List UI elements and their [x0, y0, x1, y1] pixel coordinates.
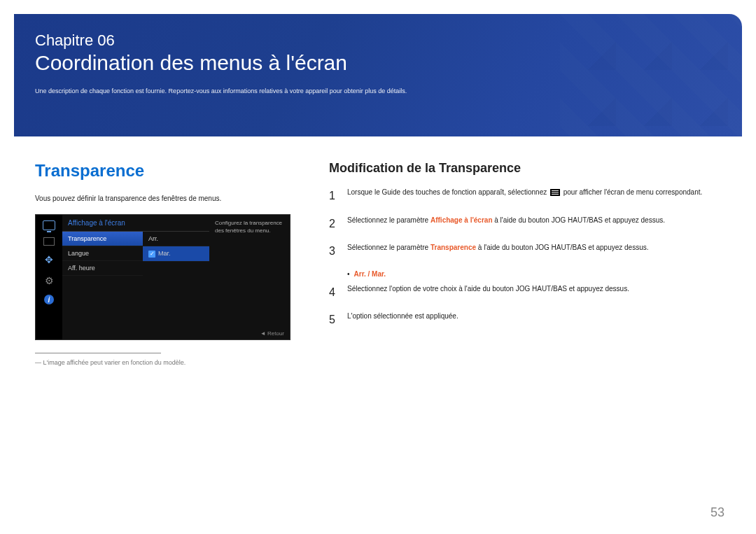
osd-info-text: Configurez la transparence des fenêtres … [209, 215, 290, 339]
gear-icon: ⚙ [42, 274, 56, 288]
osd-menu-col: Affichage à l'écran Transparence Langue … [62, 215, 143, 339]
osd-option-mar: Mar. [143, 246, 209, 262]
osd-item-affheure: Aff. heure [62, 261, 143, 276]
step-text-pre: Lorsque le Guide des touches de fonction… [347, 188, 549, 196]
step-num: 2 [329, 215, 337, 233]
highlight: Transparence [430, 244, 476, 251]
footnote: L'image affichée peut varier en fonction… [35, 359, 301, 366]
osd-options-head [143, 215, 209, 232]
arrows-icon: ✥ [42, 253, 56, 267]
info-icon: i [44, 295, 54, 304]
left-column: Transparence Vous pouvez définir la tran… [35, 161, 301, 366]
osd-item-langue: Langue [62, 246, 143, 261]
section-desc: Vous pouvez définir la transparence des … [35, 193, 301, 204]
rect-icon [43, 237, 55, 246]
chapter-label: Chapitre 06 [35, 31, 721, 50]
bullet-text: Arr. / Mar. [354, 270, 386, 278]
page-number: 53 [710, 505, 724, 520]
right-column: Modification de la Transparence 1 Lorsqu… [329, 161, 721, 366]
sub-title: Modification de la Transparence [329, 161, 721, 176]
step-body: Lorsque le Guide des touches de fonction… [347, 187, 721, 205]
step-4: 4 Sélectionnez l'option de votre choix à… [329, 283, 721, 302]
step-body: Sélectionnez l'option de votre choix à l… [347, 283, 721, 302]
step-text-pre: Sélectionnez le paramètre [347, 244, 430, 251]
highlight: Affichage à l'écran [430, 216, 493, 224]
step-5: 5 L'option sélectionnée est appliquée. [329, 311, 721, 329]
chapter-header: Chapitre 06 Coordination des menus à l'é… [14, 14, 742, 136]
step-2: 2 Sélectionnez le paramètre Affichage à … [329, 215, 721, 233]
page-content: Transparence Vous pouvez définir la tran… [0, 136, 756, 366]
step-1: 1 Lorsque le Guide des touches de foncti… [329, 187, 721, 205]
osd-return: Retour [260, 330, 284, 337]
osd-sidebar: ✥ ⚙ i [36, 215, 62, 339]
bullet-line: •Arr. / Mar. [347, 270, 721, 278]
step-num: 3 [329, 242, 337, 260]
osd-options-col: Arr. Mar. [143, 215, 209, 339]
steps-list: 1 Lorsque le Guide des touches de foncti… [329, 187, 721, 329]
step-text-pre: Sélectionnez le paramètre [347, 216, 430, 224]
chapter-title: Coordination des menus à l'écran [35, 51, 721, 75]
chapter-desc: Une description de chaque fonction est f… [35, 87, 721, 94]
step-num: 5 [329, 311, 337, 329]
step-text-post: à l'aide du bouton JOG HAUT/BAS et appuy… [493, 216, 666, 224]
osd-menu-head: Affichage à l'écran [62, 215, 143, 232]
osd-option-arr: Arr. [143, 232, 209, 246]
step-3: 3 Sélectionnez le paramètre Transparence… [329, 242, 721, 260]
step-text-post: à l'aide du bouton JOG HAUT/BAS et appuy… [476, 244, 649, 251]
osd-preview: ✥ ⚙ i Affichage à l'écran Transparence L… [35, 214, 290, 340]
monitor-icon [43, 220, 55, 230]
step-body: Sélectionnez le paramètre Affichage à l'… [347, 215, 721, 233]
step-num: 1 [329, 187, 337, 205]
menu-icon [550, 189, 560, 196]
footnote-divider [35, 353, 161, 353]
step-body: Sélectionnez le paramètre Transparence à… [347, 242, 721, 260]
osd-main: Affichage à l'écran Transparence Langue … [62, 215, 290, 339]
step-body: L'option sélectionnée est appliquée. [347, 311, 721, 329]
step-text-post: pour afficher l'écran de menu correspond… [561, 188, 702, 196]
bullet-dot: • [347, 270, 350, 278]
step-num: 4 [329, 283, 337, 302]
osd-item-transparence: Transparence [62, 232, 143, 246]
section-title: Transparence [35, 161, 301, 181]
